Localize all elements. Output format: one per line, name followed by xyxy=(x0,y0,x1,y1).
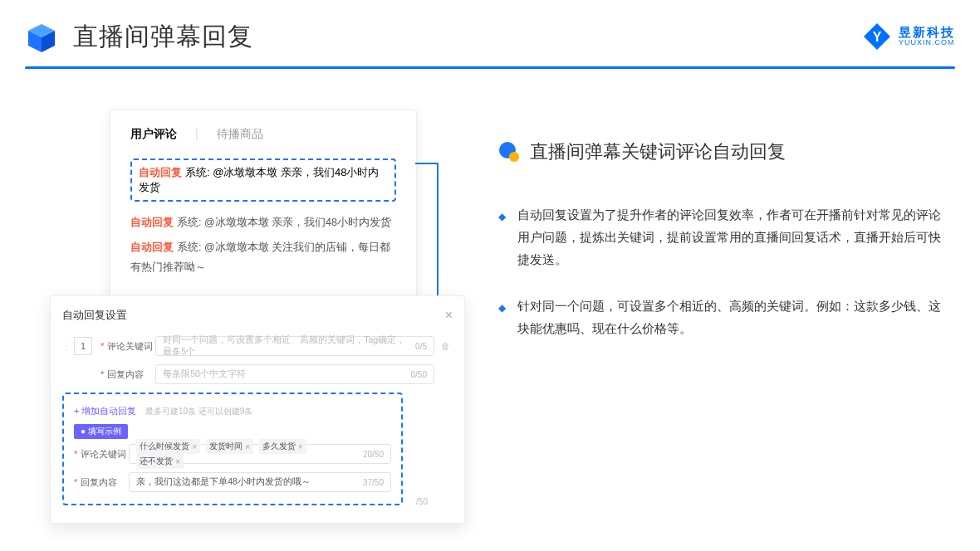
example-reply-input[interactable]: 亲，我们这边都是下单48小时内发货的哦～ 37/50 xyxy=(129,472,391,492)
bullet-text-1: 自动回复设置为了提升作者的评论回复效率，作者可在开播前针对常见的评论用户问题，提… xyxy=(517,204,947,271)
auto-reply-tag: 自动回复 xyxy=(139,166,182,178)
settings-title: 自动回复设置 xyxy=(62,308,127,323)
keyword-placeholder: 对同一个问题，可设置多个相近、高频的关键词，Tag确定，最多5个 xyxy=(163,334,410,358)
tab-divider: | xyxy=(195,127,198,142)
right-column: 直播间弹幕关键词评论自动回复 ◆ 自动回复设置为了提升作者的评论回复效率，作者可… xyxy=(498,139,947,365)
cube-icon xyxy=(25,21,58,54)
example-badge: ● 填写示例 xyxy=(74,424,128,439)
comment-text-2: 系统: @冰墩墩本墩 亲亲，我们48小时内发货 xyxy=(177,217,391,228)
example-kw-label: 评论关键词 xyxy=(81,448,129,461)
add-hint: 最多可建10条 还可以创建9条 xyxy=(145,407,252,416)
required-dot: * xyxy=(100,369,104,379)
diamond-icon: ◆ xyxy=(498,207,506,271)
bubble-icon xyxy=(498,141,520,163)
highlighted-comment-row: 自动回复系统: @冰墩墩本墩 亲亲，我们48小时内发货 xyxy=(130,158,396,202)
page-title: 直播间弹幕回复 xyxy=(73,20,253,54)
example-box: + 增加自动回复 最多可建10条 还可以创建9条 ● 填写示例 * 评论关键词 … xyxy=(62,393,403,505)
keyword-row: ⋮⋮ 1 * 评论关键词 对同一个问题，可设置多个相近、高频的关键词，Tag确定… xyxy=(62,336,453,356)
example-tags-wrap: 什么时候发货× 发货时间× 多久发货× 还不发货× xyxy=(136,439,358,469)
comments-tabs: 用户评论 | 待播商品 xyxy=(130,127,396,142)
example-reply-count: 37/50 xyxy=(363,478,384,487)
example-reply-row: * 回复内容 亲，我们这边都是下单48小时内发货的哦～ 37/50 xyxy=(74,472,391,492)
comment-row: 自动回复系统: @冰墩墩本墩 关注我们的店铺，每日都有热门推荐呦～ xyxy=(130,238,396,278)
example-reply-text: 亲，我们这边都是下单48小时内发货的哦～ xyxy=(136,476,311,488)
connector-line xyxy=(415,163,437,164)
tag-chip[interactable]: 发货时间× xyxy=(206,439,253,454)
reply-count: 0/50 xyxy=(411,370,427,379)
diamond-icon: ◆ xyxy=(498,299,506,340)
tag-chip[interactable]: 多久发货× xyxy=(259,439,306,454)
rule-index: 1 xyxy=(74,337,92,355)
trash-icon[interactable]: 🗑 xyxy=(441,341,453,351)
brand-logo-icon: Y xyxy=(862,22,892,51)
close-icon[interactable]: × xyxy=(445,308,453,323)
page-header: 直播间弹幕回复 Y 昱新科技 YUUXIN.COM xyxy=(25,20,955,54)
drag-handle-icon[interactable]: ⋮⋮ xyxy=(62,342,71,351)
section-heading: 直播间弹幕关键词评论自动回复 xyxy=(498,139,947,164)
keyword-input[interactable]: 对同一个问题，可设置多个相近、高频的关键词，Tag确定，最多5个 0/5 xyxy=(155,336,434,356)
example-reply-label: 回复内容 xyxy=(81,476,129,489)
add-auto-reply-link[interactable]: + 增加自动回复 xyxy=(74,406,136,416)
auto-reply-tag: 自动回复 xyxy=(130,241,174,253)
svg-text:Y: Y xyxy=(873,30,882,44)
comment-row: 自动回复系统: @冰墩墩本墩 亲亲，我们48小时内发货 xyxy=(130,213,396,233)
header-divider xyxy=(25,66,955,69)
section-title: 直播间弹幕关键词评论自动回复 xyxy=(530,139,786,164)
tag-chip[interactable]: 什么时候发货× xyxy=(136,439,200,454)
bullet-item: ◆ 针对同一个问题，可设置多个相近的、高频的关键词。例如：这款多少钱、这块能优惠… xyxy=(498,295,947,340)
tab-pending-goods[interactable]: 待播商品 xyxy=(217,127,263,142)
stray-count: /50 xyxy=(62,497,453,506)
brand-block: Y 昱新科技 YUUXIN.COM xyxy=(862,22,955,51)
bullet-text-2: 针对同一个问题，可设置多个相近的、高频的关键词。例如：这款多少钱、这块能优惠吗、… xyxy=(517,295,947,340)
brand-name: 昱新科技 xyxy=(899,26,955,40)
svg-point-6 xyxy=(509,152,519,162)
required-dot: * xyxy=(74,449,77,459)
required-dot: * xyxy=(100,341,104,351)
required-dot: * xyxy=(74,477,77,487)
example-keyword-row: * 评论关键词 什么时候发货× 发货时间× 多久发货× 还不发货× 20/50 xyxy=(74,444,391,464)
auto-reply-settings-card: 自动回复设置 × ⋮⋮ 1 * 评论关键词 对同一个问题，可设置多个相近、高频的… xyxy=(50,295,465,524)
brand-subtitle: YUUXIN.COM xyxy=(899,39,955,47)
reply-placeholder: 每条限50个中文字符 xyxy=(163,368,246,380)
keyword-count: 0/5 xyxy=(415,342,427,351)
auto-reply-tag: 自动回复 xyxy=(130,217,174,228)
reply-row: * 回复内容 每条限50个中文字符 0/50 xyxy=(62,364,453,384)
comments-card: 用户评论 | 待播商品 自动回复系统: @冰墩墩本墩 亲亲，我们48小时内发货 … xyxy=(110,110,417,324)
reply-input[interactable]: 每条限50个中文字符 0/50 xyxy=(155,364,434,384)
keyword-label: 评论关键词 xyxy=(107,340,155,353)
example-kw-input[interactable]: 什么时候发货× 发货时间× 多久发货× 还不发货× 20/50 xyxy=(129,444,391,464)
reply-label: 回复内容 xyxy=(107,368,155,381)
tab-user-comments[interactable]: 用户评论 xyxy=(130,127,177,142)
bullet-item: ◆ 自动回复设置为了提升作者的评论回复效率，作者可在开播前针对常见的评论用户问题… xyxy=(498,204,947,271)
example-kw-count: 20/50 xyxy=(363,450,384,459)
tag-chip[interactable]: 还不发货× xyxy=(136,454,184,469)
